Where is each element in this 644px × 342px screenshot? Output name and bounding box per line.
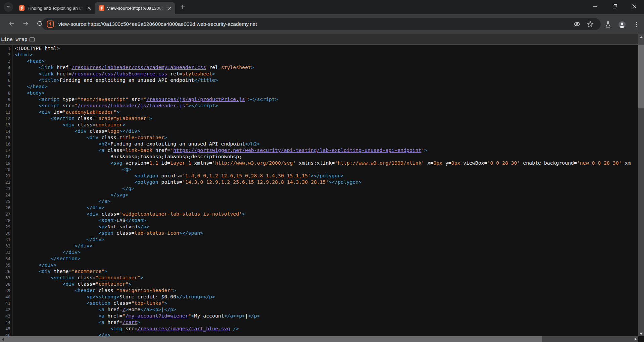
line-code: <a class=link-back href='https://portswi… — [12, 147, 427, 153]
tab-title: view-source:https://0a1300c504 — [107, 6, 164, 11]
line-code: <div class="container"> — [12, 281, 131, 287]
source-line: 27 <div class='widgetcontainer-lab-statu… — [0, 211, 638, 217]
source-line: 16 <h2>Finding and exploiting an unused … — [0, 140, 638, 147]
restore-button[interactable] — [605, 0, 625, 14]
line-code: </div> — [12, 205, 104, 210]
line-number: 19 — [0, 160, 12, 166]
source-line: 43 <a href="/my-account?id=wiener">My ac… — [0, 312, 638, 319]
source-line: 1<!DOCTYPE html> — [0, 45, 638, 51]
horizontal-scrollbar[interactable] — [0, 336, 638, 342]
line-code: </a> — [12, 332, 110, 336]
line-code: <section class="maincontainer"> — [12, 275, 143, 280]
forward-button[interactable] — [20, 19, 31, 29]
chevron-down-icon — [6, 4, 11, 10]
source-line: 33 </div> — [0, 249, 638, 255]
source-line: 28 <span>LAB</span> — [0, 217, 638, 223]
close-window-button[interactable] — [625, 0, 644, 14]
line-number: 29 — [0, 224, 12, 230]
line-number: 25 — [0, 198, 12, 205]
address-bar[interactable]: view-source:https://0a1300c504ee9a628600… — [42, 18, 601, 30]
source-line: 19 <svg version=1.1 id=Layer_1 xmlns='ht… — [0, 160, 638, 166]
source-line: 36 <div theme="ecommerce"> — [0, 268, 638, 274]
source-line: 17 <a class=link-back href='https://port… — [0, 147, 638, 153]
line-number: 28 — [0, 217, 12, 224]
scroll-left-arrow-icon[interactable] — [0, 336, 6, 342]
source-line: 37 <section class="maincontainer"> — [0, 274, 638, 281]
bookmark-star-icon[interactable] — [587, 20, 594, 28]
vertical-scrollbar[interactable] — [638, 34, 644, 336]
plus-icon — [180, 4, 185, 11]
line-wrap-checkbox[interactable] — [30, 37, 35, 42]
line-code: </div> — [12, 243, 93, 248]
line-code: </g> — [12, 185, 134, 191]
line-code: <title>Finding and exploiting an unused … — [12, 77, 218, 83]
scrollbar-corner — [638, 336, 644, 342]
profile-avatar[interactable] — [618, 20, 626, 28]
url-text[interactable]: view-source:https://0a1300c504ee9a628600… — [58, 21, 573, 27]
source-line: 18 Back&nbsp;to&nbsp;lab&nbsp;descriptio… — [0, 153, 638, 160]
back-button[interactable] — [6, 19, 16, 29]
line-number: 40 — [0, 294, 12, 300]
line-number: 1 — [0, 45, 12, 52]
line-code: <p><strong>Store credit: $0.00</strong><… — [12, 294, 215, 299]
line-number: 26 — [0, 205, 12, 211]
source-line: 9 <script type="text/javascript" src="/r… — [0, 96, 638, 102]
line-code: </a> — [12, 198, 110, 204]
tab-title: Finding and exploiting an unus — [28, 6, 84, 11]
line-number: 2 — [0, 52, 12, 58]
line-code: <div class=logo></div> — [12, 128, 140, 134]
line-code: <link href=/resources/css/labsEcommerce.… — [12, 71, 215, 76]
line-code: Back&nbsp;to&nbsp;lab&nbsp;description&n… — [12, 154, 242, 159]
source-line: 31 </div> — [0, 236, 638, 242]
line-number: 32 — [0, 243, 12, 249]
line-number: 15 — [0, 134, 12, 141]
line-number: 37 — [0, 275, 12, 281]
scroll-up-arrow-icon[interactable] — [638, 34, 644, 40]
line-number: 38 — [0, 281, 12, 287]
tab-lab-page[interactable]: Finding and exploiting an unus — [15, 2, 95, 14]
tab-search-button[interactable] — [4, 2, 13, 12]
menu-three-dots-icon[interactable] — [633, 21, 641, 29]
line-number: 17 — [0, 147, 12, 154]
line-number: 7 — [0, 83, 12, 90]
scroll-right-arrow-icon[interactable] — [633, 336, 638, 342]
portswigger-favicon-icon — [19, 5, 24, 11]
tab-close-icon[interactable] — [166, 5, 172, 11]
line-number: 39 — [0, 287, 12, 294]
restore-icon — [612, 4, 617, 10]
source-line: 14 <div class=logo></div> — [0, 128, 638, 134]
source-line: 38 <div class="container"> — [0, 281, 638, 287]
scroll-down-arrow-icon[interactable] — [638, 331, 644, 336]
new-tab-button[interactable] — [178, 3, 187, 12]
line-code: <svg version=1.1 id=Layer_1 xmlns='http:… — [12, 160, 631, 166]
line-code: <section class='academyLabBanner'> — [12, 115, 152, 121]
password-eye-off-icon[interactable] — [573, 20, 581, 28]
line-number: 20 — [0, 166, 12, 173]
minimize-button[interactable] — [586, 0, 605, 14]
source-line: 39 <header class="navigation-header"> — [0, 287, 638, 293]
line-number: 6 — [0, 77, 12, 83]
tab-close-icon[interactable] — [86, 5, 92, 11]
line-code: <img src=/resources/images/cart_blue.svg… — [12, 326, 239, 331]
horizontal-scrollbar-thumb[interactable] — [6, 336, 542, 342]
source-line: 40 <p><strong>Store credit: $0.00</stron… — [0, 293, 638, 300]
line-number: 5 — [0, 71, 12, 77]
line-number: 41 — [0, 300, 12, 306]
vertical-scrollbar-thumb[interactable] — [638, 45, 644, 108]
tab-view-source[interactable]: view-source:https://0a1300c504 — [95, 2, 175, 14]
line-code: <span class=lab-status-icon></span> — [12, 230, 203, 236]
source-line: 46 </a> — [0, 332, 638, 336]
line-number: 44 — [0, 319, 12, 326]
back-arrow-icon — [8, 20, 15, 28]
line-code: <header class="navigation-header"> — [12, 287, 176, 293]
experiments-flask-icon[interactable] — [604, 21, 612, 29]
source-line: 20 <g> — [0, 166, 638, 172]
line-code: <a href="/my-account?id=wiener">My accou… — [12, 313, 260, 319]
line-code: <g> — [12, 166, 131, 172]
source-line: 13 <div class=container> — [0, 121, 638, 128]
line-number: 8 — [0, 90, 12, 96]
source-line: 10 <script src="/resources/labheader/js/… — [0, 102, 638, 109]
source-line: 41 <section class="top-links"> — [0, 300, 638, 306]
line-code: <div class=title-container> — [12, 134, 167, 140]
close-icon — [632, 4, 637, 10]
